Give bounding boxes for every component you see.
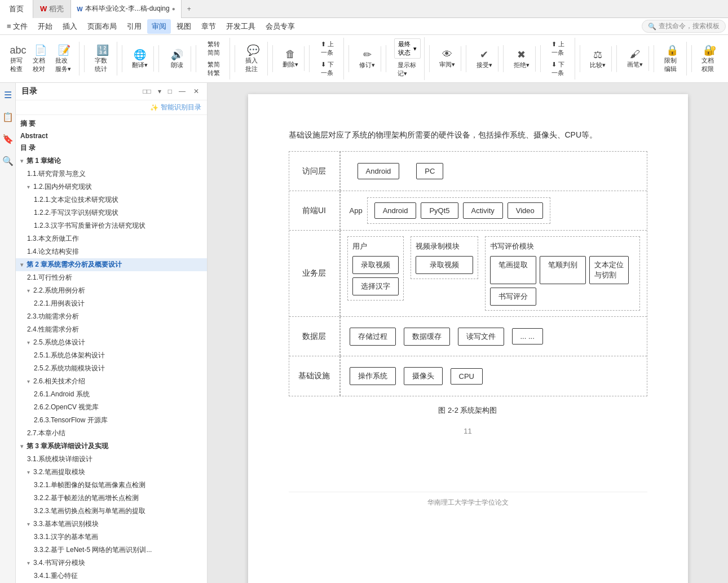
menu-chapter[interactable]: 章节: [197, 19, 220, 34]
toolbar-btn-next2[interactable]: ⬇ 下一条: [548, 59, 571, 78]
toc-item-3-1[interactable]: 3.1.系统模块详细设计: [16, 453, 207, 466]
toolbar-btn-accept[interactable]: ✔ 接受▾: [474, 47, 495, 70]
toolbar-btn-prev2[interactable]: ⬆ 上一条: [548, 39, 571, 58]
toc-item-2-5-1[interactable]: 2.5.1.系统总体架构设计: [16, 349, 207, 362]
toc-item-3-3[interactable]: ▾3.3.基本笔画识别模块: [16, 518, 207, 531]
menu-view[interactable]: 视图: [172, 19, 196, 34]
toc-item-1-2[interactable]: ▾1.2.国内外研究现状: [16, 180, 207, 193]
toc-item-3-3-2[interactable]: 3.3.2.基于 LeNet-5 网络的笔画识别训...: [16, 544, 207, 556]
sidebar-btn-3[interactable]: □: [166, 86, 174, 96]
toc-item-2-2-1[interactable]: 2.2.1.用例表设计: [16, 297, 207, 310]
toc-label: 1.2.2.手写汉字识别研究现状: [34, 208, 118, 218]
toc-item-3-3-1[interactable]: 3.3.1.汉字的基本笔画: [16, 531, 207, 544]
menu-file[interactable]: ≡ 文件: [2, 19, 32, 34]
toolbar-btn-brush[interactable]: 🖌 画笔▾: [625, 47, 645, 70]
toc-item-2-1[interactable]: 2.1.可行性分析: [16, 271, 207, 284]
sidebar-btn-4[interactable]: —: [177, 86, 188, 96]
data-cache: 数据缓存: [404, 328, 450, 346]
toolbar-btn-prev[interactable]: ⬆ 上一条: [317, 39, 340, 58]
toc-item-2-6[interactable]: ▾2.6.相关技术介绍: [16, 375, 207, 388]
tab-wps[interactable]: W 稻壳: [33, 0, 70, 18]
toolbar-btn-compare[interactable]: ⚖ 比较▾: [588, 47, 608, 70]
toolbar-dropdown-status[interactable]: 最终状态 ▾: [394, 38, 421, 59]
toc-item-2-6-2[interactable]: 2.6.2.OpenCV 视觉库: [16, 401, 207, 414]
menu-reference[interactable]: 引用: [122, 19, 146, 34]
toc-item-3-4[interactable]: ▾3.4.书写评分模块: [16, 556, 207, 569]
toc-item-2-7[interactable]: 2.7.本章小结: [16, 427, 207, 440]
toc-item-2-5-2[interactable]: 2.5.2.系统功能模块设计: [16, 362, 207, 375]
toc-item-1-2-1[interactable]: 1.2.1.文本定位技术研究现状: [16, 193, 207, 206]
toc-item-1-4[interactable]: 1.4.论文结构安排: [16, 245, 207, 258]
toolbar-btn-spell[interactable]: abc 拼写检查: [8, 43, 28, 74]
toolbar-btn-delete[interactable]: 🗑 删除▾: [280, 47, 301, 70]
toc-item-3-2[interactable]: ▾3.2.笔画提取模块: [16, 466, 207, 479]
menu-layout[interactable]: 页面布局: [83, 19, 121, 34]
toolbar-btn-translate[interactable]: 🌐 翻译▾: [130, 47, 150, 70]
separator-11: [466, 45, 466, 72]
tab-plus[interactable]: +: [182, 0, 197, 18]
toc-item-3-2-1[interactable]: 3.2.1.单帧图像的疑似笔画像素点检测: [16, 479, 207, 492]
sidebar-btn-1[interactable]: □□: [140, 86, 153, 96]
toolbar-btn-batch[interactable]: 📝 批改服务▾: [53, 43, 76, 74]
sidebar-ai-row: ✨ 智能识别目录: [16, 100, 207, 115]
toc-item-2-6-1[interactable]: 2.6.1.Android 系统: [16, 388, 207, 401]
toolbar-btn-track[interactable]: ✏ 修订▾: [357, 47, 377, 70]
toolbar-btn-insert-comment[interactable]: 💬 插入批注: [243, 43, 264, 74]
frontend-video: Video: [508, 202, 543, 219]
tab-doc[interactable]: W 本科毕业论文-李...稿-duqing ●: [70, 0, 181, 18]
writing-module-items: 笔画提取 笔顺判别 文本定位与切割 书写评分: [490, 256, 635, 306]
toc-item-3-2-3[interactable]: 3.2.3.笔画切换点检测与单笔画的提取: [16, 505, 207, 518]
toc-item-3-2-2[interactable]: 3.2.2.基于帧差法的笔画增长点检测: [16, 492, 207, 505]
tab-home[interactable]: 首页: [0, 0, 33, 18]
toolbar-btn-wordcount[interactable]: 🔢 字数统计: [92, 43, 113, 74]
toolbar-btn-doccheck[interactable]: 📄 文档校对: [30, 43, 51, 74]
toolbar-btn-simplified[interactable]: 繁转简简: [204, 39, 227, 58]
sidebar-btn-2[interactable]: ▾: [156, 86, 164, 96]
review-icon: 👁: [442, 48, 452, 60]
toc-item-2-3[interactable]: 2.3.功能需求分析: [16, 310, 207, 323]
toc-item-toc[interactable]: 目 录: [16, 142, 207, 154]
toc-item-1-1[interactable]: 1.1.研究背景与意义: [16, 167, 207, 180]
toolbar-group-nav: ⬆ 上一条 ⬇ 下一条: [314, 38, 344, 80]
toc-item-abstract-en[interactable]: Abstract: [16, 130, 207, 142]
menu-search[interactable]: 🔍 查找命令，搜索模板: [642, 20, 726, 33]
toc-label: 3.2.笔画提取模块: [33, 467, 85, 477]
toc-item-ch3[interactable]: ▾第 3 章系统详细设计及实现: [16, 440, 207, 453]
arch-row-data: 数据层 存储过程 数据缓存 读写文件 ... ...: [289, 317, 647, 356]
toc-item-2-6-3[interactable]: 2.6.3.TensorFlow 开源库: [16, 414, 207, 427]
toolbar-btn-traditional[interactable]: 繁简转繁: [204, 59, 227, 78]
sidebar-close[interactable]: ✕: [191, 86, 201, 96]
left-icon-search[interactable]: 🔍: [0, 153, 16, 169]
toc-item-3-4-1[interactable]: 3.4.1.重心特征: [16, 569, 207, 582]
toc-item-abstract[interactable]: 摘 要: [16, 117, 207, 130]
toc-item-ch1[interactable]: ▾第 1 章绪论: [16, 154, 207, 167]
toc-content: 摘 要 Abstract 目 录 ▾第 1 章绪论 1.1.研究背景与意义 ▾1…: [16, 115, 207, 583]
toolbar-btn-reject[interactable]: ✖ 拒绝▾: [511, 47, 532, 70]
toolbar-btn-showmark[interactable]: 显示标记▾: [394, 60, 421, 79]
toolbar-btn-next[interactable]: ⬇ 下一条: [317, 59, 340, 78]
toc-item-1-2-2[interactable]: 1.2.2.手写汉字识别研究现状: [16, 206, 207, 219]
left-icon-pages[interactable]: 📋: [0, 109, 16, 125]
left-icon-bookmark[interactable]: 🔖: [0, 131, 16, 147]
toc-item-1-2-3[interactable]: 1.2.3.汉字书写质量评价方法研究现状: [16, 219, 207, 232]
toolbar-btn-read[interactable]: 🔊 朗读: [167, 47, 187, 70]
menu-member[interactable]: 会员专享: [261, 19, 299, 34]
menu-start[interactable]: 开始: [33, 19, 57, 34]
docperm-icon: 🔐: [704, 44, 716, 56]
menu-insert[interactable]: 插入: [58, 19, 82, 34]
menu-review[interactable]: 审阅: [147, 19, 171, 34]
toolbar-group-simp: 繁转简简 繁简转繁: [201, 38, 231, 80]
toc-item-2-4[interactable]: 2.4.性能需求分析: [16, 323, 207, 336]
left-icon-menu[interactable]: ☰: [2, 87, 14, 103]
toc-item-1-3[interactable]: 1.3.本文所做工作: [16, 232, 207, 245]
tab-doc-close[interactable]: ●: [172, 6, 175, 12]
toc-item-2-2[interactable]: ▾2.2.系统用例分析: [16, 284, 207, 297]
toolbar-btn-review[interactable]: 👁 审阅▾: [437, 47, 457, 70]
toolbar-btn-docperm[interactable]: 🔐 文档权限: [699, 43, 720, 74]
toolbar-btn-restrict[interactable]: 🔒 限制编辑: [662, 43, 683, 74]
menu-devtools[interactable]: 开发工具: [222, 19, 260, 34]
delete-label: 删除▾: [283, 60, 298, 69]
toc-item-ch2[interactable]: ▾第 2 章系统需求分析及概要设计: [16, 258, 207, 271]
toc-item-2-5[interactable]: ▾2.5.系统总体设计: [16, 336, 207, 349]
sidebar-ai-btn[interactable]: ✨ 智能识别目录: [150, 103, 201, 112]
